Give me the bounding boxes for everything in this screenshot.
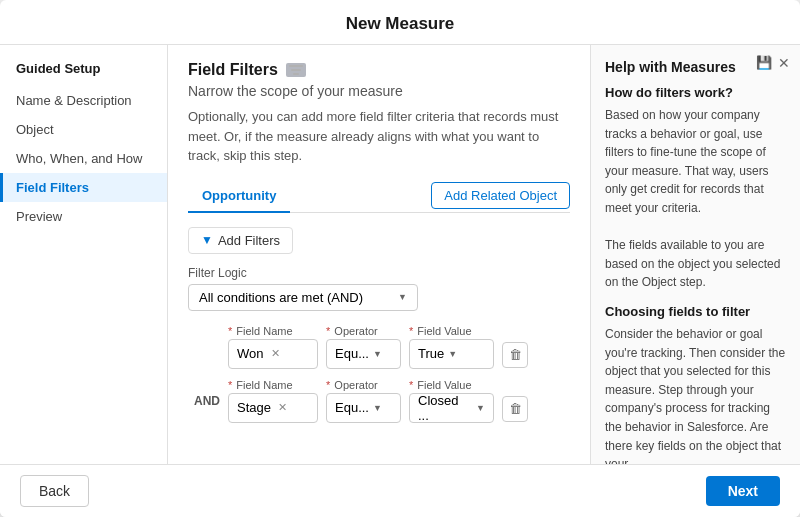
section-header: Field Filters — [188, 61, 570, 79]
field-value-value-1: True — [418, 346, 444, 361]
sidebar-heading: Guided Setup — [0, 61, 167, 86]
sidebar-item-field-filters[interactable]: Field Filters — [0, 173, 167, 202]
operator-value-1: Equ... — [335, 346, 369, 361]
filter-row-2-connector: AND — [188, 394, 220, 408]
help-section2-title: Choosing fields to filter — [605, 304, 786, 319]
field-name-value-1: Won — [237, 346, 264, 361]
field-name-clear-1[interactable]: ✕ — [268, 346, 283, 361]
sidebar-item-name-description[interactable]: Name & Description — [0, 86, 167, 115]
section-subtitle: Narrow the scope of your measure — [188, 83, 570, 99]
back-button[interactable]: Back — [20, 475, 89, 507]
sidebar-item-preview[interactable]: Preview — [0, 202, 167, 231]
help-section2-text: Consider the behavior or goal you're tra… — [605, 325, 786, 464]
filter-logic-select[interactable]: All conditions are met (AND) ▼ — [188, 284, 418, 311]
field-value-chevron-1: ▼ — [448, 349, 457, 359]
sidebar: Guided Setup Name & Description Object W… — [0, 45, 168, 464]
tab-opportunity[interactable]: Opportunity — [188, 180, 290, 213]
modal-footer: Back Next — [0, 464, 800, 517]
filter-row-2: AND * Field Name Stage ✕ * Operator Equ. — [188, 379, 570, 423]
filter-rows: * Field Name Won ✕ * Operator Equ... ▼ — [188, 325, 570, 423]
field-name-clear-2[interactable]: ✕ — [275, 400, 290, 415]
help-section1-text: Based on how your company tracks a behav… — [605, 106, 786, 292]
field-group-field-name-2: * Field Name Stage ✕ — [228, 379, 318, 423]
add-filters-button[interactable]: ▼ Add Filters — [188, 227, 293, 254]
field-name-input-1[interactable]: Won ✕ — [228, 339, 318, 369]
field-value-label-2: * Field Value — [409, 379, 494, 391]
operator-select-1[interactable]: Equ... ▼ — [326, 339, 401, 369]
filter-icon: ▼ — [201, 233, 213, 247]
help-panel: 💾 ✕ Help with Measures How do filters wo… — [590, 45, 800, 464]
add-filters-label: Add Filters — [218, 233, 280, 248]
operator-select-2[interactable]: Equ... ▼ — [326, 393, 401, 423]
add-related-object-button[interactable]: Add Related Object — [431, 182, 570, 209]
svg-rect-0 — [289, 65, 303, 67]
operator-chevron-2: ▼ — [373, 403, 382, 413]
section-title: Field Filters — [188, 61, 278, 79]
operator-chevron-1: ▼ — [373, 349, 382, 359]
filter-logic-label: Filter Logic — [188, 266, 570, 280]
help-section1-title: How do filters work? — [605, 85, 786, 100]
field-name-input-2[interactable]: Stage ✕ — [228, 393, 318, 423]
save-icon[interactable]: 💾 — [756, 55, 770, 69]
operator-label-2: * Operator — [326, 379, 401, 391]
delete-row-1-button[interactable]: 🗑 — [502, 342, 528, 368]
field-group-operator-1: * Operator Equ... ▼ — [326, 325, 401, 369]
svg-rect-2 — [293, 73, 299, 75]
field-value-select-1[interactable]: True ▼ — [409, 339, 494, 369]
main-content: Field Filters Narrow the scope of your m… — [168, 45, 590, 464]
modal: New Measure Guided Setup Name & Descript… — [0, 0, 800, 517]
close-icon[interactable]: ✕ — [778, 55, 790, 71]
svg-rect-1 — [291, 69, 301, 71]
chevron-down-icon: ▼ — [398, 292, 407, 302]
field-name-label-2: * Field Name — [228, 379, 318, 391]
modal-body: Guided Setup Name & Description Object W… — [0, 45, 800, 464]
operator-label-1: * Operator — [326, 325, 401, 337]
field-name-value-2: Stage — [237, 400, 271, 415]
tabs-row: Opportunity Add Related Object — [188, 180, 570, 213]
field-group-field-value-2: * Field Value Closed ... ▼ — [409, 379, 494, 423]
filter-logic-value: All conditions are met (AND) — [199, 290, 363, 305]
section-desc: Optionally, you can add more field filte… — [188, 107, 570, 166]
field-value-label-1: * Field Value — [409, 325, 494, 337]
field-group-field-value-1: * Field Value True ▼ — [409, 325, 494, 369]
sidebar-item-object[interactable]: Object — [0, 115, 167, 144]
modal-title: New Measure — [0, 0, 800, 45]
field-filters-icon — [286, 63, 306, 77]
operator-value-2: Equ... — [335, 400, 369, 415]
field-value-value-2: Closed ... — [418, 393, 472, 423]
field-name-label-1: * Field Name — [228, 325, 318, 337]
next-button[interactable]: Next — [706, 476, 780, 506]
field-group-operator-2: * Operator Equ... ▼ — [326, 379, 401, 423]
sidebar-item-who-when-how[interactable]: Who, When, and How — [0, 144, 167, 173]
field-value-chevron-2: ▼ — [476, 403, 485, 413]
field-group-field-name-1: * Field Name Won ✕ — [228, 325, 318, 369]
delete-row-2-button[interactable]: 🗑 — [502, 396, 528, 422]
field-value-select-2[interactable]: Closed ... ▼ — [409, 393, 494, 423]
filter-row-1: * Field Name Won ✕ * Operator Equ... ▼ — [188, 325, 570, 369]
